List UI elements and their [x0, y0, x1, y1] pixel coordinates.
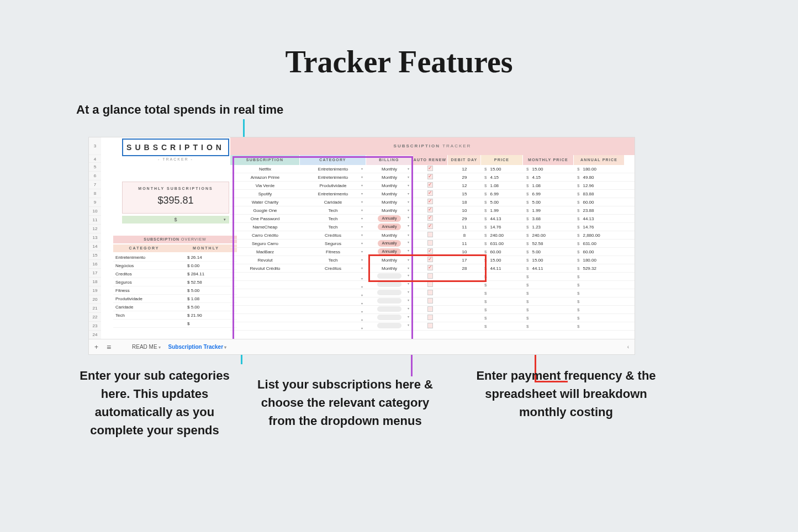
- cell-billing-dropdown[interactable]: Annually: [366, 248, 413, 255]
- cell-category-dropdown[interactable]: Fitness: [300, 249, 366, 254]
- table-row[interactable]: RevolutTechMonthly17$15.00$15.00$180.00: [230, 256, 635, 264]
- cell-billing-dropdown[interactable]: Monthly: [366, 258, 413, 263]
- cell-billing-dropdown[interactable]: Annually: [366, 224, 413, 230]
- cell-auto-renew-checkbox[interactable]: [413, 248, 448, 255]
- table-row[interactable]: Amazon PrimeEntretenimentoMonthly29$4.15…: [230, 173, 635, 182]
- cell-auto-renew-checkbox[interactable]: [413, 306, 448, 313]
- caption-right: Enter payment frequency & the spreadshee…: [475, 366, 657, 421]
- cell-category-dropdown[interactable]: Produtividade: [300, 183, 366, 188]
- table-row[interactable]: Seguro CarroSegurosAnnually11$631.00$52.…: [230, 240, 635, 248]
- cell-billing-dropdown[interactable]: [366, 298, 413, 305]
- cell-auto-renew-checkbox[interactable]: [413, 315, 448, 321]
- table-row-empty[interactable]: $$$: [230, 281, 635, 289]
- cell-auto-renew-checkbox[interactable]: [413, 182, 448, 189]
- cell-category-dropdown[interactable]: Entretenimento: [300, 191, 366, 196]
- table-row-empty[interactable]: $$$: [230, 306, 635, 314]
- cell-debit-day: 28: [448, 266, 481, 271]
- cell-billing-dropdown[interactable]: Monthly: [366, 233, 413, 238]
- cell-auto-renew-checkbox[interactable]: [413, 166, 448, 172]
- cell-subscription: Spotify: [230, 191, 300, 196]
- table-row[interactable]: SpotifyEntretenimentoMonthly15$6.99$6.99…: [230, 190, 635, 198]
- cell-billing-dropdown[interactable]: Monthly: [366, 183, 413, 188]
- currency-dropdown[interactable]: $: [122, 216, 229, 224]
- cell-category-dropdown[interactable]: Tech: [300, 225, 366, 230]
- cell-subscription: MadBarz: [230, 249, 300, 254]
- overview-row[interactable]: Negócios$ 0.00: [113, 262, 237, 270]
- cell-billing-dropdown[interactable]: [366, 281, 413, 288]
- overview-row[interactable]: Creditos$ 284.11: [113, 270, 237, 278]
- cell-category-dropdown[interactable]: Entretenimento: [300, 167, 366, 172]
- cell-auto-renew-checkbox[interactable]: [413, 281, 448, 288]
- overview-row[interactable]: Caridade$ 5.00: [113, 303, 237, 311]
- cell-auto-renew-checkbox[interactable]: [413, 323, 448, 329]
- cell-billing-dropdown[interactable]: Monthly: [366, 200, 413, 205]
- table-row[interactable]: One PasswordTechAnnually29$44.13$3.68$44…: [230, 215, 635, 223]
- cell-auto-renew-checkbox[interactable]: [413, 207, 448, 214]
- cell-auto-renew-checkbox[interactable]: [413, 273, 448, 280]
- cell-category-dropdown[interactable]: Caridade: [300, 200, 366, 205]
- cell-auto-renew-checkbox[interactable]: [413, 232, 448, 238]
- cell-billing-dropdown[interactable]: [366, 315, 413, 321]
- cell-category-dropdown[interactable]: Tech: [300, 208, 366, 213]
- cell-subscription: NameCheap: [230, 225, 300, 230]
- table-row[interactable]: Via VerdeProdutividadeMonthly12$1.08$1.0…: [230, 182, 635, 190]
- cell-auto-renew-checkbox[interactable]: [413, 257, 448, 263]
- row-number: 23: [89, 322, 101, 331]
- overview-row[interactable]: Tech$ 21.90: [113, 311, 237, 320]
- table-row[interactable]: NameCheapTechAnnually11$14.76$1.23$14.76: [230, 223, 635, 231]
- tab-subscription-tracker[interactable]: Subscription Tracker▾: [168, 344, 226, 350]
- table-row[interactable]: Water CharityCaridadeMonthly18$5.00$5.00…: [230, 198, 635, 206]
- overview-row[interactable]: Produtividade$ 1.08: [113, 295, 237, 303]
- table-row[interactable]: MadBarzFitnessAnnually10$60.00$5.00$60.0…: [230, 248, 635, 256]
- cell-billing-dropdown[interactable]: [366, 290, 413, 296]
- cell-auto-renew-checkbox[interactable]: [413, 298, 448, 305]
- table-row-empty[interactable]: $$$: [230, 297, 635, 306]
- cell-billing-dropdown[interactable]: Monthly: [366, 191, 413, 196]
- cell-auto-renew-checkbox[interactable]: [413, 224, 448, 230]
- cell-billing-dropdown[interactable]: Annually: [366, 240, 413, 247]
- cell-auto-renew-checkbox[interactable]: [413, 174, 448, 180]
- cell-category-dropdown[interactable]: Seguros: [300, 241, 366, 246]
- tab-readme[interactable]: READ ME▾: [132, 344, 161, 350]
- table-row[interactable]: NetflixEntretenimentoMonthly12$15.00$15.…: [230, 165, 635, 173]
- main-table-headers: SUBSCRIPTION CATEGORY BILLING AUTO RENEW…: [230, 155, 635, 165]
- overview-row[interactable]: Fitness$ 5.00: [113, 286, 237, 295]
- cell-category-dropdown[interactable]: Creditos: [300, 266, 366, 271]
- table-row[interactable]: Carro CréditoCreditosMonthly8$240.00$240…: [230, 231, 635, 240]
- cell-price: $1.08: [481, 183, 523, 188]
- cell-billing-dropdown[interactable]: Monthly: [366, 175, 413, 180]
- row-number: 7: [89, 180, 101, 189]
- table-row[interactable]: Revolut CréditoCreditosMonthly28$44.11$4…: [230, 264, 635, 273]
- row-number: 9: [89, 198, 101, 207]
- overview-row[interactable]: $: [113, 320, 237, 328]
- table-row-empty[interactable]: $$$: [230, 314, 635, 322]
- overview-row[interactable]: Seguros$ 52.58: [113, 278, 237, 286]
- tab-nav-left-icon[interactable]: ‹: [627, 344, 629, 350]
- cell-category-dropdown[interactable]: Entretenimento: [300, 175, 366, 180]
- cell-billing-dropdown[interactable]: Annually: [366, 215, 413, 222]
- cell-billing-dropdown[interactable]: Monthly: [366, 208, 413, 213]
- cell-auto-renew-checkbox[interactable]: [413, 215, 448, 222]
- cell-auto-renew-checkbox[interactable]: [413, 190, 448, 197]
- cell-category-dropdown[interactable]: Creditos: [300, 233, 366, 238]
- cell-billing-dropdown[interactable]: Monthly: [366, 266, 413, 271]
- overview-row[interactable]: Entretenimento$ 26.14: [113, 253, 237, 262]
- add-sheet-button[interactable]: +: [94, 343, 98, 351]
- table-row-empty[interactable]: $$$: [230, 273, 635, 281]
- all-sheets-button[interactable]: ≡: [107, 343, 111, 352]
- cell-billing-dropdown[interactable]: [366, 323, 413, 329]
- cell-auto-renew-checkbox[interactable]: [413, 199, 448, 205]
- cell-billing-dropdown[interactable]: [366, 306, 413, 313]
- table-row-empty[interactable]: $$$: [230, 289, 635, 297]
- cell-auto-renew-checkbox[interactable]: [413, 265, 448, 272]
- table-row-empty[interactable]: $$$: [230, 322, 635, 331]
- cell-billing-dropdown[interactable]: Monthly: [366, 167, 413, 172]
- cell-category-dropdown[interactable]: Tech: [300, 258, 366, 263]
- cell-monthly-price: $44.11: [523, 266, 574, 271]
- overview-columns: CATEGORY MONTHLY: [113, 244, 237, 252]
- cell-auto-renew-checkbox[interactable]: [413, 240, 448, 247]
- cell-billing-dropdown[interactable]: [366, 273, 413, 280]
- table-row[interactable]: Google OneTechMonthly10$1.99$1.99$23.88: [230, 206, 635, 215]
- cell-auto-renew-checkbox[interactable]: [413, 290, 448, 296]
- cell-category-dropdown[interactable]: Tech: [300, 216, 366, 221]
